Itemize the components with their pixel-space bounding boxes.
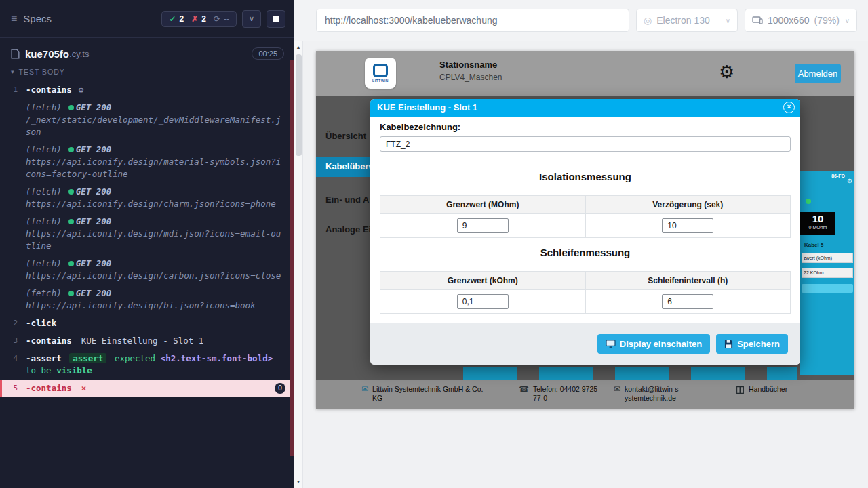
column-header: Schleifenintervall (h) [586, 272, 791, 289]
command-number: 2 [0, 317, 26, 329]
fetch-label: (fetch) [26, 216, 62, 226]
viewport-selector[interactable]: 1000x660 (79%) ∨ [745, 9, 857, 32]
scrollbar-thumb[interactable] [296, 54, 302, 156]
littwin-logo: LITTWIN [365, 58, 396, 89]
command-name: -contains [26, 383, 72, 393]
fetch-label: (fetch) [26, 258, 62, 268]
column-header: Grenzwert (MOhm) [380, 196, 586, 214]
reporter-scrollbar[interactable]: ▲ ▼ [294, 41, 303, 488]
footer-phone: ☎ Telefon: 04402 972577-0 [519, 385, 599, 403]
fetch-url: https://api.iconify.design/material-symb… [26, 156, 285, 180]
save-button[interactable]: Speichern [716, 334, 788, 354]
fetch-log-row[interactable]: (fetch)GET 200 https://api.iconify.desig… [0, 213, 294, 255]
spec-header-row[interactable]: kue705fo .cy.ts 00:25 [0, 47, 294, 60]
status-dot-icon [68, 291, 74, 296]
verzoegerung-input[interactable] [662, 218, 713, 233]
stat-failed: ✗2 [191, 14, 206, 24]
save-floppy-icon [724, 340, 733, 348]
command-name: -contains [26, 85, 72, 95]
cable-designation-input[interactable] [380, 136, 791, 152]
tile-button[interactable] [802, 284, 853, 293]
grenzwert-kohm-input[interactable] [457, 294, 509, 309]
fetch-label: (fetch) [26, 186, 62, 197]
status-dot-icon [68, 261, 74, 266]
command-number: 4 [0, 352, 26, 377]
fetch-label: (fetch) [26, 102, 62, 113]
collapse-button[interactable]: ∨ [242, 10, 261, 28]
retry-count-badge: 0 [275, 383, 285, 394]
contact-card-icon: ✉ [361, 385, 368, 403]
command-row-contains-title[interactable]: 3 -containsKUE Einstellung - Slot 1 [0, 332, 294, 350]
test-stats[interactable]: ✓2 ✗2 ⟳-- [161, 11, 237, 27]
phone-icon: ☎ [519, 385, 529, 403]
cable-tile: 86-FO ⚙ 10 0 MOhm Kabel 5 zwert (kOhm) 2… [800, 171, 854, 375]
email-address[interactable]: kontakt@littwin-systemtechnik.de [625, 385, 679, 403]
aut-viewport: LITTWIN Stationsname CPLV4_Maschen ⚙ Abm… [303, 41, 868, 488]
schleifenintervall-input[interactable] [662, 294, 713, 309]
settings-gear-icon[interactable]: ⚙ [719, 62, 734, 83]
measurement-display: 10 0 MOhm [800, 212, 835, 235]
skipped-count: -- [224, 14, 229, 24]
browser-name: Electron 130 [656, 15, 710, 26]
command-number: 5 [2, 382, 26, 394]
assert-selector: <h2.text-sm.font-bold> [161, 353, 273, 363]
display-on-label: Display einschalten [620, 339, 702, 349]
column-header: Grenzwert (kOhm) [380, 272, 586, 289]
grenzwert-mohm-input[interactable] [457, 218, 509, 233]
x-icon: ✗ [191, 14, 198, 24]
scroll-down-arrow[interactable]: ▼ [294, 479, 302, 484]
command-number: 3 [0, 335, 26, 347]
viewport-icon [752, 16, 763, 24]
fetch-log-row[interactable]: (fetch)GET 200 https://api.iconify.desig… [0, 183, 294, 213]
command-row-click[interactable]: 2 -click [0, 314, 294, 332]
passed-count: 2 [180, 14, 184, 24]
book-icon [736, 386, 745, 394]
fetch-url: /_next/static/development/_devMiddleware… [26, 114, 285, 138]
spec-name[interactable]: kue705fo [25, 48, 69, 60]
spec-file-icon [11, 49, 20, 59]
mail-icon: ✉ [614, 385, 620, 403]
gear-icon: ⚙ [79, 85, 84, 95]
logo-text: LITTWIN [372, 79, 389, 83]
command-row-assert[interactable]: 4 -assert assert expected <h2.text-sm.fo… [0, 350, 294, 380]
stop-button[interactable] [267, 10, 285, 28]
logout-button[interactable]: Abmelden [795, 64, 841, 83]
viewport-size: 1000x660 [768, 15, 810, 26]
assert-expected: visible [56, 365, 92, 375]
spec-duration-badge: 00:25 [252, 47, 284, 60]
command-name: -assert [26, 353, 62, 363]
modal-close-icon[interactable]: × [783, 102, 795, 113]
command-row-contains-failed[interactable]: 5 -contains× 0 [0, 380, 294, 397]
command-row-contains-gear[interactable]: 1 -contains⚙ [0, 81, 294, 99]
command-argument: KUE Einstellung - Slot 1 [81, 336, 204, 346]
command-name: -contains [26, 336, 72, 346]
status-ok-dot [806, 199, 811, 204]
status-dot-icon [68, 147, 74, 152]
url-input[interactable]: http://localhost:3000/kabelueberwachung [316, 9, 629, 32]
station-label: Stationsname [439, 60, 502, 70]
reporter-topbar: ≡ Specs ✓2 ✗2 ⟳-- ∨ [0, 0, 294, 38]
close-icon: × [81, 383, 87, 393]
footer-manuals[interactable]: Handbücher [736, 385, 787, 394]
chevron-down-icon: ∨ [726, 17, 730, 24]
test-body-section[interactable]: ▾ TEST BODY [0, 68, 294, 76]
fetch-label: (fetch) [26, 144, 62, 155]
specs-menu-icon[interactable]: ≡ [11, 13, 17, 25]
schleifen-table: Grenzwert (kOhm) Schleifenintervall (h) [380, 271, 791, 314]
fetch-log-row[interactable]: (fetch)GET 200 https://api.iconify.desig… [0, 141, 294, 183]
fetch-log-row[interactable]: (fetch)GET 200 /_next/static/development… [0, 99, 294, 141]
measurement-unit: 0 MOhm [800, 225, 835, 230]
fetch-log-row[interactable]: (fetch)GET 200 https://api.iconify.desig… [0, 285, 294, 314]
specs-link[interactable]: Specs [23, 13, 52, 24]
station-value: CPLV4_Maschen [439, 73, 502, 82]
phone-number: Telefon: 04402 972577-0 [533, 385, 599, 403]
display-on-button[interactable]: Display einschalten [597, 334, 710, 354]
scroll-up-arrow[interactable]: ▲ [294, 45, 302, 49]
fetch-log-row[interactable]: (fetch)GET 200 https://api.iconify.desig… [0, 255, 294, 285]
spec-extension: .cy.ts [69, 49, 89, 59]
cable-tile-partial [767, 367, 797, 380]
stat-skipped: ⟳-- [214, 14, 229, 24]
tile-gear-icon[interactable]: ⚙ [847, 178, 852, 184]
browser-selector[interactable]: ◎ Electron 130 ∨ [636, 9, 738, 32]
status-dot-icon [68, 189, 74, 195]
